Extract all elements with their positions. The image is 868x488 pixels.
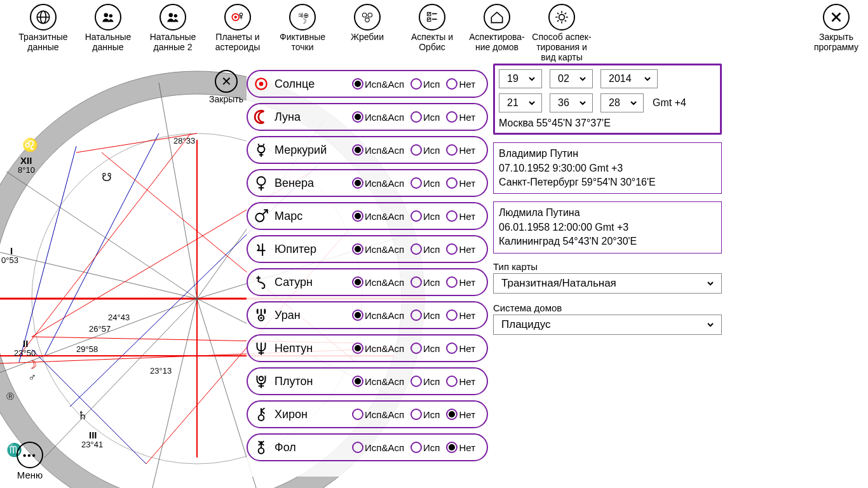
house-system-select[interactable]: Плацидус bbox=[493, 315, 722, 335]
radio-use[interactable] bbox=[410, 309, 422, 321]
toolbar-close-app[interactable]: Закрыть программу bbox=[811, 4, 862, 52]
transit-year-select[interactable]: 2014 bbox=[600, 69, 658, 88]
planet-row-uranus: УранИсп&АспИспНет bbox=[247, 301, 488, 329]
radio-none[interactable] bbox=[446, 111, 458, 123]
radio-use-aspect[interactable] bbox=[352, 177, 363, 189]
degree-r: 29°58 bbox=[76, 344, 98, 354]
planet-row-pholus: ФолИсп&АспИспНет bbox=[247, 433, 488, 461]
mercury-icon bbox=[252, 140, 271, 159]
radio-use[interactable] bbox=[410, 376, 422, 387]
panel-close-button[interactable]: ✕ Закрыть bbox=[207, 70, 245, 104]
radio-use[interactable] bbox=[410, 342, 422, 354]
toolbar-transit-data[interactable]: Транзитные данные bbox=[13, 4, 74, 52]
toolbar-lots[interactable]: Жребии bbox=[337, 4, 398, 42]
transit-day-select[interactable]: 19 bbox=[499, 69, 542, 88]
radio-use-aspect[interactable] bbox=[352, 442, 363, 453]
planet-row-chiron: ХиронИсп&АспИспНет bbox=[247, 400, 488, 428]
radio-use[interactable] bbox=[410, 276, 422, 288]
radio-none[interactable] bbox=[446, 342, 458, 354]
degree-mars: 26°57 bbox=[89, 324, 111, 334]
svg-line-71 bbox=[262, 210, 268, 215]
radio-use-aspect[interactable] bbox=[352, 276, 363, 288]
uranus-icon bbox=[252, 306, 271, 325]
planets-icon bbox=[229, 9, 246, 25]
radio-use[interactable] bbox=[410, 78, 422, 90]
house-system-label: Система домов bbox=[493, 302, 722, 313]
radio-none[interactable] bbox=[446, 276, 458, 288]
radio-use-aspect[interactable] bbox=[352, 409, 363, 420]
house-3-label: III bbox=[89, 430, 97, 440]
radio-use[interactable] bbox=[410, 210, 422, 222]
radio-use[interactable] bbox=[410, 442, 422, 453]
planet-name: Фол bbox=[275, 441, 348, 454]
radio-none[interactable] bbox=[446, 376, 458, 387]
transit-minute-select[interactable]: 36 bbox=[550, 93, 593, 112]
toolbar-natal-data-2[interactable]: Натальные данные 2 bbox=[142, 4, 203, 52]
svg-point-73 bbox=[260, 317, 262, 319]
planet-row-venus: ВенераИсп&АспИспНет bbox=[247, 169, 488, 197]
planet-row-jupiter: ЮпитерИсп&АспИспНет bbox=[247, 235, 488, 263]
house-2-label: II bbox=[23, 338, 28, 349]
radio-none[interactable] bbox=[446, 144, 458, 156]
radio-use-aspect[interactable] bbox=[352, 111, 363, 123]
svg-point-76 bbox=[259, 415, 264, 421]
radio-use[interactable] bbox=[410, 144, 422, 156]
natal-person-1[interactable]: Владимир Путин 07.10.1952 9:30:00 Gmt +3… bbox=[493, 142, 722, 194]
radio-none[interactable] bbox=[446, 409, 458, 420]
main-area: ♌ ♍ ♎ ♏ ♐ ☋ ☽ ♂ Ⓡ ♄ XII 8°10 I 0°53 I bbox=[0, 64, 868, 488]
menu-button[interactable]: ••• Меню bbox=[17, 442, 43, 480]
planet-name: Сатурн bbox=[275, 276, 348, 289]
toolbar-house-aspecting[interactable]: Аспектирова- ние домов bbox=[466, 4, 527, 52]
toolbar-aspects-orbs[interactable]: Аспекты и Орбис bbox=[402, 4, 463, 52]
svg-line-43 bbox=[44, 133, 159, 356]
chart-type-select[interactable]: Транзитная/Натальная bbox=[493, 273, 722, 294]
radio-use-aspect[interactable] bbox=[352, 243, 363, 255]
svg-point-6 bbox=[174, 14, 177, 17]
neptune-icon bbox=[252, 339, 271, 358]
degree-saturn: 23°13 bbox=[150, 366, 172, 376]
toolbar-aspect-mode[interactable]: Способ аспек- тирования и вид карты bbox=[531, 4, 592, 62]
planet-name: Юпитер bbox=[275, 243, 348, 256]
radio-none[interactable] bbox=[446, 78, 458, 90]
svg-line-34 bbox=[146, 299, 197, 488]
person1-name: Владимир Путин bbox=[499, 147, 716, 161]
planet-row-saturn: СатурнИсп&АспИспНет bbox=[247, 268, 488, 296]
radio-use-aspect[interactable] bbox=[352, 78, 363, 90]
radio-use-aspect[interactable] bbox=[352, 342, 363, 354]
radio-use-aspect[interactable] bbox=[352, 376, 363, 387]
radio-none[interactable] bbox=[446, 309, 458, 321]
radio-use-aspect[interactable] bbox=[352, 144, 363, 156]
transit-location: Москва 55°45'N 37°37'E bbox=[499, 118, 716, 129]
planet-row-neptune: НептунИсп&АспИспНет bbox=[247, 334, 488, 362]
radio-use[interactable] bbox=[410, 177, 422, 189]
person2-name: Людмила Путина bbox=[499, 206, 716, 220]
svg-text:♌: ♌ bbox=[22, 137, 38, 152]
radio-none[interactable] bbox=[446, 243, 458, 255]
house-3-degree: 23°41 bbox=[81, 440, 103, 449]
chiron-icon bbox=[252, 405, 271, 424]
house-1-label: I bbox=[10, 245, 13, 256]
gear-icon bbox=[553, 9, 570, 25]
transit-month-select[interactable]: 02 bbox=[550, 69, 593, 88]
people-icon bbox=[100, 9, 116, 25]
radio-none[interactable] bbox=[446, 210, 458, 222]
radio-none[interactable] bbox=[446, 442, 458, 453]
toolbar-planets-asteroids[interactable]: Планеты и астероиды bbox=[207, 4, 268, 52]
radio-none[interactable] bbox=[446, 177, 458, 189]
svg-text:Ⓡ: Ⓡ bbox=[6, 392, 14, 401]
radio-use[interactable] bbox=[410, 243, 422, 255]
svg-text:☋: ☋ bbox=[102, 171, 112, 184]
radio-use-aspect[interactable] bbox=[352, 210, 363, 222]
transit-hour-select[interactable]: 21 bbox=[499, 93, 542, 112]
svg-point-3 bbox=[104, 13, 109, 18]
toolbar-natal-data[interactable]: Натальные данные bbox=[78, 4, 139, 52]
toolbar-fictive-points[interactable]: ♃⊕☽ Фиктивные точки bbox=[272, 4, 333, 52]
natal-person-2[interactable]: Людмила Путина 06.01.1958 12:00:00 Gmt +… bbox=[493, 201, 722, 253]
svg-point-4 bbox=[109, 14, 112, 17]
planet-name: Плутон bbox=[275, 375, 348, 388]
transit-second-select[interactable]: 28 bbox=[600, 93, 644, 112]
radio-use-aspect[interactable] bbox=[352, 309, 363, 321]
radio-use[interactable] bbox=[410, 111, 422, 123]
radio-use[interactable] bbox=[410, 409, 422, 420]
planet-list-panel[interactable]: СолнцеИсп&АспИспНетЛунаИсп&АспИспНетМерк… bbox=[247, 70, 492, 477]
